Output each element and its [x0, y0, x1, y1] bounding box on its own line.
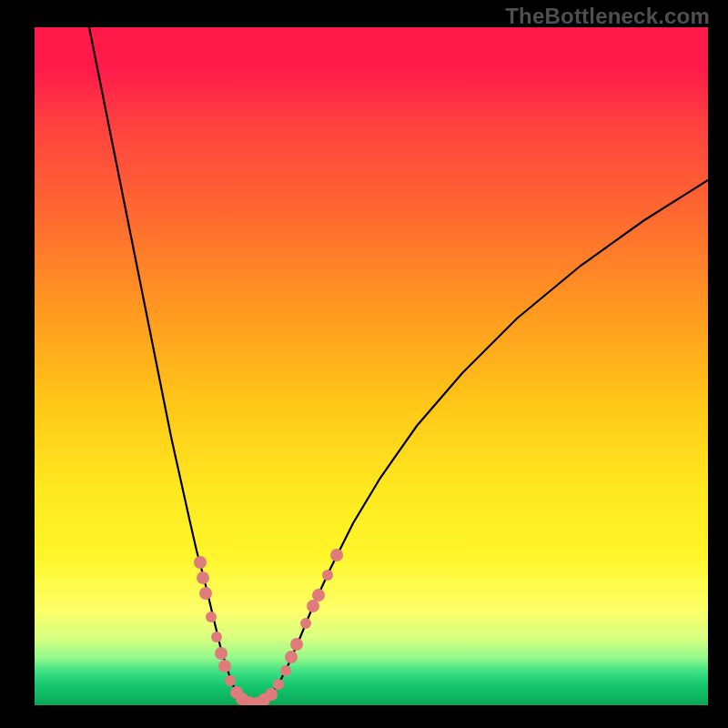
data-marker [285, 651, 298, 663]
data-marker [211, 632, 222, 642]
data-marker [330, 549, 343, 561]
data-marker [280, 665, 291, 676]
data-marker [197, 571, 209, 584]
data-marker [194, 556, 207, 569]
chart-frame: TheBottleneck.com [0, 0, 728, 728]
watermark-text: TheBottleneck.com [505, 4, 710, 29]
data-marker [225, 675, 236, 686]
plot-area [35, 27, 708, 705]
data-marker [265, 688, 278, 701]
data-marker [218, 660, 231, 672]
data-marker [199, 587, 212, 600]
data-marker [290, 638, 303, 651]
data-marker [215, 647, 228, 660]
curve-layer [35, 27, 708, 705]
data-marker [307, 600, 319, 612]
data-marker [312, 589, 325, 602]
data-marker [300, 618, 311, 629]
bottleneck-curve [89, 27, 708, 703]
data-marker [322, 570, 333, 581]
data-marker [273, 679, 284, 690]
data-marker [206, 612, 217, 622]
